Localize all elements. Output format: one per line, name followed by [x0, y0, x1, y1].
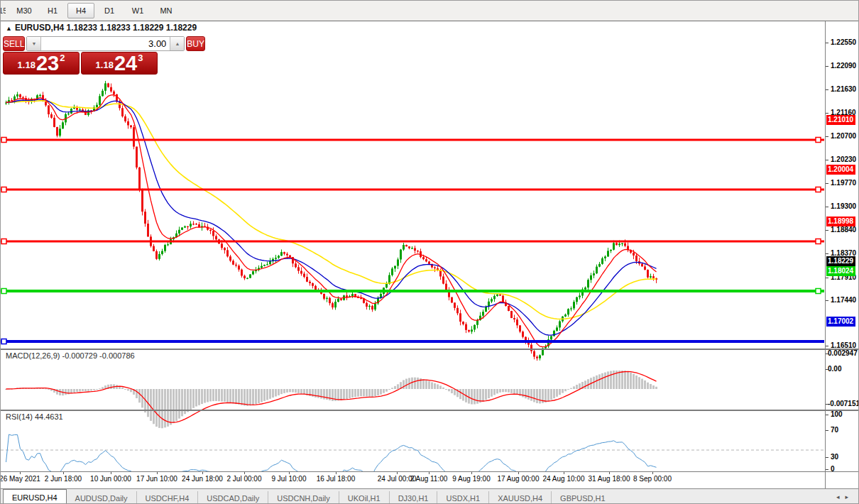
time-tick-2 Jun 18:00: 2 Jun 18:00 — [45, 475, 82, 483]
sell-price-pipette: 2 — [60, 53, 65, 63]
time-tick-mark — [63, 472, 64, 474]
volume-decrease-button[interactable]: ▼ — [27, 37, 41, 50]
axis-tick-mark — [826, 404, 828, 405]
time-tick-mark — [429, 472, 430, 474]
time-tick-mark — [244, 472, 245, 474]
tab-scroll-right-icon[interactable]: ▸ — [845, 493, 854, 500]
time-tick-26 May 2021: 26 May 2021 — [0, 475, 40, 483]
time-tick-8 Sep 00:00: 8 Sep 00:00 — [633, 475, 672, 483]
collapse-triangle-icon[interactable]: ▲ — [6, 25, 12, 32]
chart-area[interactable] — [1, 21, 824, 472]
time-tick-16 Jul 18:00: 16 Jul 18:00 — [317, 475, 356, 483]
buy-button[interactable]: BUY — [186, 36, 205, 51]
axis-tick-1.22550: 1.22550 — [831, 38, 856, 47]
axis-tick-1.18998: 1.18998 — [826, 217, 855, 226]
time-tick-mark — [471, 472, 472, 474]
axis-tick-mark — [826, 66, 828, 67]
axis-tick-mark — [826, 278, 828, 278]
tab-scroll-left-icon[interactable]: ◂ — [836, 493, 846, 500]
axis-tick-1.20230: 1.20230 — [831, 155, 856, 164]
time-tick-mark — [518, 472, 519, 474]
time-tick-mark — [289, 472, 290, 474]
axis-tick-1.19770: 1.19770 — [831, 178, 856, 187]
timeframe-m15-clipped[interactable]: M15 — [1, 6, 6, 15]
time-tick-mark — [609, 472, 610, 474]
one-click-trading-panel: SELL ▼ ▲ BUY 1.18 23 2 1.18 24 3 — [3, 36, 158, 75]
timeframe-w1[interactable]: W1 — [124, 3, 151, 18]
time-tick-mark — [111, 472, 111, 474]
axis-tick-1.18024: 1.18024 — [826, 266, 855, 276]
axis-tick-mark — [826, 230, 828, 231]
chart-tab-xauusd-h4[interactable]: XAUUSD,H4 — [488, 491, 551, 504]
timeframe-h4[interactable]: H4 — [67, 3, 94, 18]
timeframe-mn[interactable]: MN — [153, 3, 180, 18]
time-axis[interactable]: 26 May 20212 Jun 18:0010 Jun 00:0017 Jun… — [1, 472, 824, 488]
axis-tick-1.21010: 1.21010 — [826, 115, 855, 125]
time-tick-mark — [652, 472, 653, 474]
chart-tab-usdx-h1[interactable]: USDX,H1 — [437, 491, 488, 504]
chart-tab-audusd-daily[interactable]: AUDUSD,Daily — [67, 491, 136, 504]
time-tick-17 Aug 00:00: 17 Aug 00:00 — [498, 475, 540, 483]
macd-indicator-canvas[interactable] — [1, 370, 824, 429]
time-tick-2 Jul 00:00: 2 Jul 00:00 — [227, 475, 262, 483]
chart-tab-usdcad-daily[interactable]: USDCAD,Daily — [197, 491, 268, 504]
buy-price-pipette: 3 — [138, 53, 143, 63]
main-chart-canvas[interactable] — [1, 41, 824, 368]
time-tick-mark — [157, 472, 158, 474]
axis-tick-1.21630: 1.21630 — [831, 84, 856, 94]
chart-tab-dj30-h1[interactable]: DJ30,H1 — [389, 491, 437, 504]
chart-tabs: EURUSD,H4AUDUSD,DailyUSDCHF,H4USDCAD,Dai… — [1, 489, 614, 504]
axis-tick-mark — [826, 113, 828, 114]
axis-tick-1.18229: 1.18229 — [826, 256, 855, 266]
axis-tick-70: 70 — [831, 425, 838, 434]
buy-price-button[interactable]: 1.18 24 3 — [81, 52, 158, 75]
time-tick-24 Aug 10:00: 24 Aug 10:00 — [543, 475, 585, 483]
axis-tick-0: 0 — [831, 464, 835, 473]
chart-tab-usdchf-h4[interactable]: USDCHF,H4 — [136, 491, 198, 504]
tab-scroll-arrows: ◂▸ — [836, 493, 854, 500]
axis-tick-mark — [826, 369, 828, 370]
time-tick-24 Jun 18:00: 24 Jun 18:00 — [182, 475, 223, 483]
time-tick-17 Jun 10:00: 17 Jun 10:00 — [136, 475, 177, 483]
time-tick-mark — [564, 472, 564, 474]
chart-title: ▲EURUSD,H4 1.18233 1.18233 1.18229 1.182… — [6, 23, 197, 33]
price-axis[interactable]: 1.225501.220901.216301.211601.210101.207… — [825, 1, 859, 488]
timeframe-h1[interactable]: H1 — [39, 3, 66, 18]
time-tick-9 Jul 10:00: 9 Jul 10:00 — [272, 475, 307, 483]
axis-tick-1.20700: 1.20700 — [831, 131, 856, 141]
timeframe-m30[interactable]: M30 — [11, 3, 38, 18]
time-tick-31 Aug 18:00: 31 Aug 18:00 — [589, 475, 630, 483]
axis-tick-1.17440: 1.17440 — [831, 295, 856, 305]
time-tick-9 Aug 19:00: 9 Aug 19:00 — [452, 475, 490, 483]
chart-tab-ukoil-h1[interactable]: UKOil,H1 — [339, 491, 389, 504]
time-tick-mark — [20, 472, 21, 474]
buy-price-prefix: 1.18 — [96, 60, 114, 70]
timeframe-buttons: M30H1H4D1W1MN — [10, 3, 180, 18]
axis-tick-mark — [826, 183, 828, 184]
time-tick-mark — [397, 472, 398, 474]
panel-separator[interactable] — [1, 410, 859, 411]
axis-tick-mark — [826, 469, 828, 470]
buy-price-big: 24 — [114, 54, 137, 73]
chart-tab-gbpusd-h1[interactable]: GBPUSD,H1 — [551, 491, 614, 504]
volume-increase-button[interactable]: ▲ — [170, 37, 184, 50]
time-tick-2 Aug 11:00: 2 Aug 11:00 — [410, 475, 448, 483]
axis-tick-mark — [826, 207, 828, 207]
macd-label: MACD(12,26,9) -0.000729 -0.000786 — [6, 351, 135, 360]
sell-button[interactable]: SELL — [3, 36, 25, 51]
time-tick-mark — [202, 472, 203, 474]
axis-tick-1.20004: 1.20004 — [826, 165, 855, 175]
time-tick-mark — [336, 472, 337, 474]
volume-input[interactable] — [41, 37, 170, 50]
axis-tick-mark — [826, 253, 828, 254]
axis-tick-mark — [826, 300, 828, 301]
sell-price-button[interactable]: 1.18 23 2 — [3, 52, 80, 75]
axis-tick-mark — [826, 415, 828, 415]
timeframe-d1[interactable]: D1 — [96, 3, 123, 18]
chart-tab-usdcnh-daily[interactable]: USDCNH,Daily — [268, 491, 339, 504]
axis-tick-mark — [826, 136, 828, 137]
chart-tab-eurusd-h4[interactable]: EURUSD,H4 — [3, 489, 67, 504]
panel-separator[interactable] — [1, 349, 859, 350]
sell-price-big: 23 — [36, 54, 59, 73]
axis-tick-mark — [826, 346, 828, 346]
